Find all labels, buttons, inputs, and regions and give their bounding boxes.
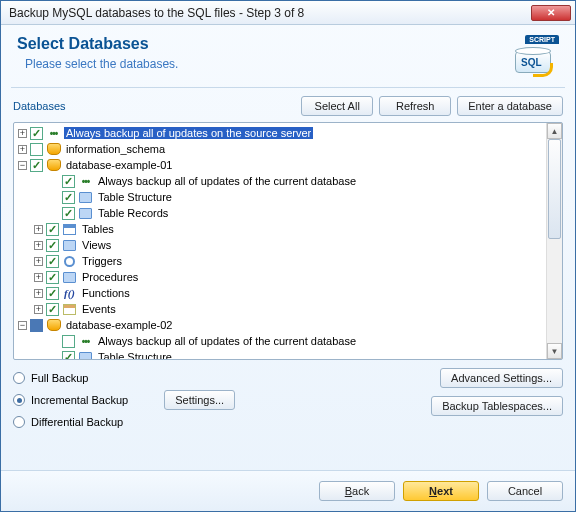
backup-tablespaces-button[interactable]: Backup Tablespaces... (431, 396, 563, 416)
radio-incremental-backup[interactable]: Incremental Backup Settings... (13, 394, 423, 406)
tree-label[interactable]: Table Records (96, 207, 170, 219)
triggers-icon (62, 254, 77, 268)
expand-icon[interactable]: + (34, 289, 43, 298)
tree-label[interactable]: database-example-01 (64, 159, 174, 171)
checkbox[interactable] (62, 191, 75, 204)
tree-row-db2-always[interactable]: ••• Always backup all of updates of the … (14, 333, 546, 349)
expand-icon[interactable]: + (18, 145, 27, 154)
tree-label[interactable]: database-example-02 (64, 319, 174, 331)
tree-row-db2-structure[interactable]: Table Structure (14, 349, 546, 359)
tree-row-db1-records[interactable]: Table Records (14, 205, 546, 221)
events-icon (62, 302, 77, 316)
page-subtitle: Please select the databases. (17, 57, 511, 71)
tree-label[interactable]: Views (80, 239, 113, 251)
expand-icon[interactable]: + (34, 241, 43, 250)
refresh-button[interactable]: Refresh (379, 96, 451, 116)
advanced-settings-button[interactable]: Advanced Settings... (440, 368, 563, 388)
tree-row-db1-always[interactable]: ••• Always backup all of updates of the … (14, 173, 546, 189)
tree-label[interactable]: information_schema (64, 143, 167, 155)
tree-label[interactable]: Procedures (80, 271, 140, 283)
tree-row-db1[interactable]: − database-example-01 (14, 157, 546, 173)
tree-row-information-schema[interactable]: + information_schema (14, 141, 546, 157)
tree-row-db1-procedures[interactable]: + Procedures (14, 269, 546, 285)
radio-label: Full Backup (31, 372, 88, 384)
bullets-icon: ••• (78, 174, 93, 188)
views-icon (62, 238, 77, 252)
tree-label[interactable]: Functions (80, 287, 132, 299)
tree-label[interactable]: Always backup all of updates of the curr… (96, 175, 358, 187)
tree-row-db1-structure[interactable]: Table Structure (14, 189, 546, 205)
radio-full-backup[interactable]: Full Backup (13, 372, 423, 384)
header-text: Select Databases Please select the datab… (17, 35, 511, 71)
procedures-icon (62, 270, 77, 284)
checkbox[interactable] (46, 287, 59, 300)
close-button[interactable]: ✕ (531, 5, 571, 21)
databases-tree: + ••• Always backup all of updates on th… (13, 122, 563, 360)
radio-icon[interactable] (13, 416, 25, 428)
radio-label: Incremental Backup (31, 394, 128, 406)
tree-label[interactable]: Table Structure (96, 191, 174, 203)
database-icon (46, 318, 61, 332)
scroll-track[interactable] (547, 139, 562, 343)
sql-script-icon: SCRIPT SQL (511, 35, 559, 79)
radio-differential-backup[interactable]: Differential Backup (13, 416, 423, 428)
checkbox-partial[interactable] (30, 319, 43, 332)
cancel-button[interactable]: Cancel (487, 481, 563, 501)
window-title: Backup MySQL databases to the SQL files … (9, 6, 531, 20)
tree-label[interactable]: Triggers (80, 255, 124, 267)
enter-database-button[interactable]: Enter a database (457, 96, 563, 116)
tree-label[interactable]: Tables (80, 223, 116, 235)
tree-label[interactable]: Events (80, 303, 118, 315)
select-all-button[interactable]: Select All (301, 96, 373, 116)
page-title: Select Databases (17, 35, 511, 53)
collapse-icon[interactable]: − (18, 161, 27, 170)
tree-row-db1-views[interactable]: + Views (14, 237, 546, 253)
titlebar[interactable]: Backup MySQL databases to the SQL files … (1, 1, 575, 25)
radio-label: Differential Backup (31, 416, 123, 428)
checkbox[interactable] (62, 335, 75, 348)
tree-row-db2[interactable]: − database-example-02 (14, 317, 546, 333)
functions-icon: f() (62, 286, 77, 300)
checkbox[interactable] (46, 239, 59, 252)
expand-icon[interactable]: + (34, 225, 43, 234)
expand-icon[interactable]: + (34, 305, 43, 314)
tree-label[interactable]: Table Structure (96, 351, 174, 359)
radio-icon[interactable] (13, 372, 25, 384)
back-button[interactable]: Back (319, 481, 395, 501)
scrollbar[interactable]: ▲ ▼ (546, 123, 562, 359)
checkbox[interactable] (46, 255, 59, 268)
checkbox[interactable] (30, 159, 43, 172)
database-icon (46, 158, 61, 172)
tree-row-db1-tables[interactable]: + Tables (14, 221, 546, 237)
radio-icon[interactable] (13, 394, 25, 406)
tree-row-always-source[interactable]: + ••• Always backup all of updates on th… (14, 125, 546, 141)
bullets-icon: ••• (46, 126, 61, 140)
next-button[interactable]: Next (403, 481, 479, 501)
table-structure-icon (78, 350, 93, 359)
checkbox[interactable] (30, 127, 43, 140)
table-structure-icon (78, 190, 93, 204)
databases-label: Databases (13, 100, 295, 112)
table-records-icon (78, 206, 93, 220)
settings-button[interactable]: Settings... (164, 390, 235, 410)
checkbox[interactable] (62, 207, 75, 220)
collapse-icon[interactable]: − (18, 321, 27, 330)
scroll-down-button[interactable]: ▼ (547, 343, 562, 359)
checkbox[interactable] (62, 175, 75, 188)
tree-row-db1-events[interactable]: + Events (14, 301, 546, 317)
expand-icon[interactable]: + (18, 129, 27, 138)
tables-icon (62, 222, 77, 236)
checkbox[interactable] (62, 351, 75, 360)
tree-label[interactable]: Always backup all of updates of the curr… (96, 335, 358, 347)
checkbox[interactable] (46, 223, 59, 236)
scroll-up-button[interactable]: ▲ (547, 123, 562, 139)
scroll-thumb[interactable] (548, 139, 561, 239)
checkbox[interactable] (30, 143, 43, 156)
checkbox[interactable] (46, 271, 59, 284)
tree-row-db1-functions[interactable]: + f() Functions (14, 285, 546, 301)
checkbox[interactable] (46, 303, 59, 316)
tree-label[interactable]: Always backup all of updates on the sour… (64, 127, 313, 139)
tree-row-db1-triggers[interactable]: + Triggers (14, 253, 546, 269)
expand-icon[interactable]: + (34, 257, 43, 266)
expand-icon[interactable]: + (34, 273, 43, 282)
